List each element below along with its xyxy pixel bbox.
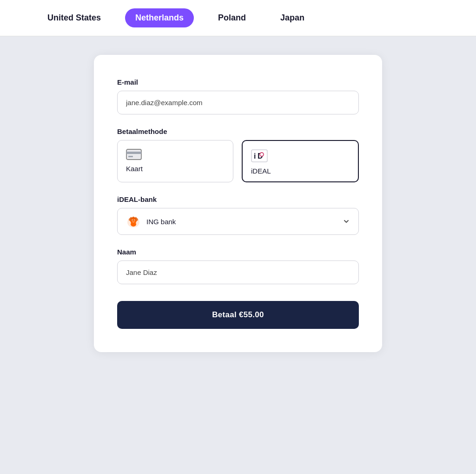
naam-input[interactable] [117, 260, 359, 284]
tab-japan[interactable]: Japan [270, 8, 315, 27]
email-field-group: E-mail [117, 78, 359, 114]
svg-point-18 [135, 217, 137, 220]
svg-text:i: i [254, 152, 256, 160]
payment-method-label: Betaalmethode [117, 127, 359, 135]
naam-field-group: Naam [117, 248, 359, 284]
payment-form-card: E-mail Betaalmethode Kaart [94, 55, 382, 352]
kaart-label: Kaart [126, 165, 143, 173]
svg-rect-2 [128, 156, 133, 157]
kaart-icon [126, 149, 142, 160]
payment-method-group: Betaalmethode Kaart [117, 127, 359, 182]
bank-selected: ING bank [126, 215, 176, 228]
pay-button[interactable]: Betaal €55.00 [117, 301, 359, 329]
email-input[interactable] [117, 91, 359, 114]
svg-point-19 [132, 217, 135, 219]
email-label: E-mail [117, 78, 359, 86]
svg-rect-0 [126, 149, 141, 160]
payment-option-ideal[interactable]: i D iDEAL [242, 140, 359, 182]
tab-poland[interactable]: Poland [208, 8, 256, 27]
tab-united-states[interactable]: United States [37, 8, 111, 27]
svg-point-10 [131, 222, 136, 227]
payment-option-kaart[interactable]: Kaart [117, 140, 233, 182]
tab-netherlands[interactable]: Netherlands [125, 8, 194, 27]
svg-point-13 [132, 220, 132, 220]
svg-point-7 [260, 153, 263, 156]
payment-method-options: Kaart i D iDEAL [117, 140, 359, 182]
svg-point-14 [134, 220, 135, 220]
ideal-label: iDEAL [251, 167, 271, 175]
bank-field-group: iDEAL-bank [117, 195, 359, 235]
bank-name: ING bank [146, 218, 176, 226]
svg-rect-1 [126, 152, 141, 154]
svg-point-17 [130, 217, 132, 220]
chevron-down-icon [343, 218, 350, 225]
bank-label: iDEAL-bank [117, 195, 359, 203]
ideal-icon: i D [251, 149, 268, 162]
ing-logo [126, 215, 141, 228]
naam-label: Naam [117, 248, 359, 256]
bank-dropdown[interactable]: ING bank [117, 208, 359, 235]
tab-bar: United States Netherlands Poland Japan [0, 0, 476, 36]
